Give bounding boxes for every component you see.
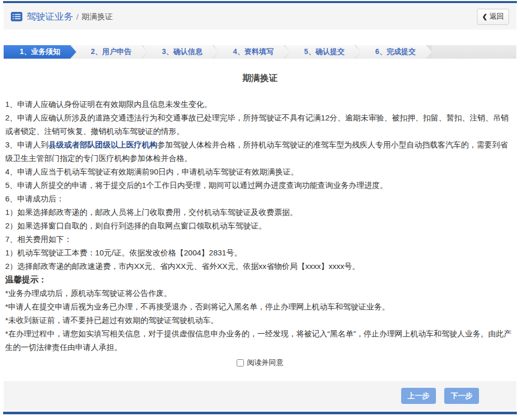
notice-line: 2、申请人应确认所涉及的道路交通违法行为和交通事故已处理完毕，所持驾驶证不具有记… [5, 111, 515, 138]
notice-line: 2）如果选择窗口自取的，则自行到选择的自取网点窗口领取机动车驾驶证。 [5, 219, 515, 233]
tips-section: 温馨提示： [5, 273, 515, 287]
back-button-label: 返回 [489, 12, 504, 21]
breadcrumb-section: 驾驶证业务 [26, 10, 73, 23]
agree-row: 阅读并同意 [0, 358, 520, 368]
step-5: 5、确认提交 [285, 45, 361, 59]
back-button[interactable]: ❮ 返回 [477, 9, 509, 25]
tip-line: *在办理过程中，请您如实填写相关信息，对于提供虚假信息申办业务的，一经发现，将被… [5, 327, 515, 354]
notice-line: 1、申请人应确认身份证明在有效期限内且信息未发生变化。 [5, 98, 515, 111]
page-title: 期满换证 [0, 72, 520, 84]
step-4: 4、资料填写 [214, 45, 290, 59]
next-step-button[interactable]: 下一步 [444, 388, 479, 404]
page-header: 驾驶证业务 / 期满换证 ❮ 返回 [4, 4, 516, 30]
step-3: 3、确认信息 [143, 45, 218, 59]
previous-step-button[interactable]: 上一步 [401, 388, 436, 404]
notice-line: 1）如果选择邮政寄递的，邮政人员将上门收取费用，交付机动车驾驶证及收费票据。 [5, 206, 515, 219]
chevron-left-icon: ❮ [482, 13, 487, 20]
step-6: 6、完成提交 [356, 45, 432, 59]
footer-bar: 上一步 下一步 [4, 381, 516, 411]
tips-title: 温馨提示： [5, 273, 515, 287]
step-1: 1、业务须知 [4, 45, 76, 59]
notice-line: 1）机动车驾驶证工本费：10元/证。依据发改价格【2004】2831号。 [5, 246, 515, 260]
notice-line: 4、申请人应当于机动车驾驶证有效期满前90日内，申请机动车驾驶证有效期满换证。 [5, 165, 515, 179]
tips-list: *业务办理成功后，原机动车驾驶证将公告作废。*申请人在提交申请后视为业务已办理，… [5, 287, 515, 354]
tip-line: *业务办理成功后，原机动车驾驶证将公告作废。 [5, 287, 515, 300]
agree-checkbox[interactable] [237, 359, 244, 367]
tip-line: *未收到新证前，请不要持已超过有效期的驾驶证驾驶机动车。 [5, 314, 515, 327]
breadcrumb-current: 期满换证 [81, 12, 113, 22]
tip-line: *申请人在提交申请后视为业务已办理，不再接受退办，否则将记入黑名单，停止办理网上… [5, 300, 515, 314]
notice-list: 1、申请人应确认身份证明在有效期限内且信息未发生变化。2、申请人应确认所涉及的道… [5, 98, 515, 273]
notice-line: 2）选择邮政寄递的邮政速递费，市内XX元、省内XX元、省外XX元。依据xx省物价… [5, 260, 515, 273]
notice-line: 3、申请人到县级或者部队团级以上医疗机构参加驾驶人体检并合格，所持机动车驾驶证的… [5, 138, 515, 165]
notice-line: 6、申请成功后： [5, 192, 515, 206]
agree-label: 阅读并同意 [247, 358, 283, 368]
notice-line: 5、申请人所提交的申请，将于提交后的1个工作日内受理，期间可以通过网办进度查询功… [5, 179, 515, 192]
step-2: 2、用户申告 [72, 45, 147, 59]
notice-line: 7、相关费用如下： [5, 233, 515, 246]
list-icon [11, 12, 22, 21]
breadcrumb-separator: / [76, 12, 78, 21]
step-track-filler [432, 45, 516, 59]
top-accent-bar [3, 1, 517, 3]
bottom-accent-bar [3, 412, 517, 414]
step-indicator: 1、业务须知2、用户申告3、确认信息4、资料填写5、确认提交6、完成提交 [4, 45, 516, 59]
